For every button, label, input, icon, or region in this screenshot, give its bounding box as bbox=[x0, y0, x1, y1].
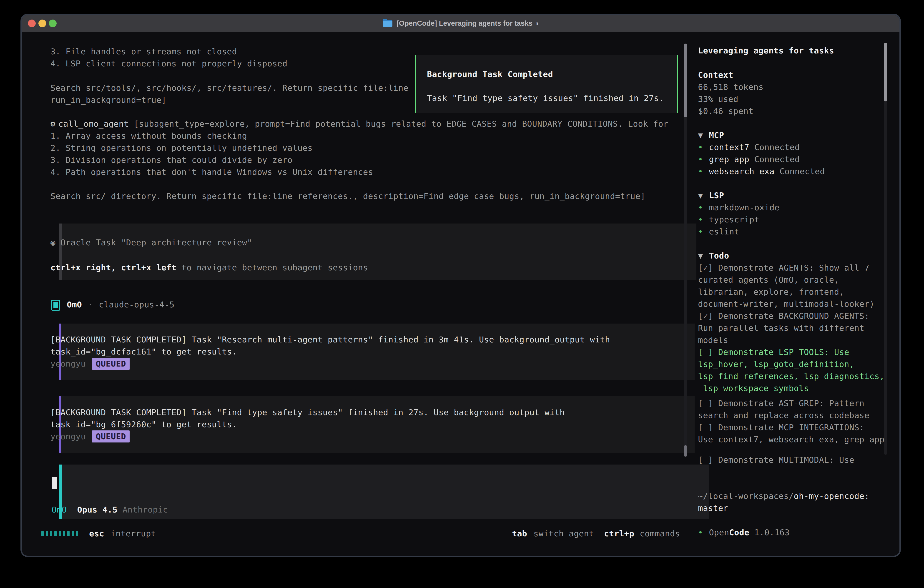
task-result-line: task_id="bg_6f59260c" to get results. bbox=[51, 418, 237, 430]
tab-key-hint: tab bbox=[512, 527, 527, 540]
bullet-icon: • bbox=[698, 142, 703, 152]
oracle-task-title: ◉ Oracle Task "Deep architecture review" bbox=[51, 236, 252, 249]
todo-line: [ ] Demonstrate MULTIMODAL: Use bbox=[698, 454, 854, 466]
tool-call-args: [subagent_type=explore, prompt=Find pote… bbox=[129, 119, 668, 129]
sidebar-scrollbar-thumb[interactable] bbox=[884, 43, 887, 101]
background-task-notification bbox=[415, 55, 678, 113]
chevron-down-icon: ▼ bbox=[698, 251, 703, 260]
tool-call-name: call_omo_agent bbox=[58, 119, 129, 129]
esc-key-hint: esc bbox=[89, 527, 104, 540]
lsp-section-header[interactable]: ▼LSP bbox=[698, 189, 724, 202]
todo-line: librarian, explore, frontend, bbox=[698, 286, 844, 298]
status-badge: QUEUED bbox=[92, 430, 130, 443]
esc-key-label: interrupt bbox=[111, 527, 156, 540]
tool-call-item: 4. Path operations that don't handle Win… bbox=[51, 166, 373, 178]
version-row: •OpenCode 1.0.163 bbox=[698, 526, 790, 538]
scrollback-line: run_in_background=true] bbox=[51, 94, 167, 106]
separator-dot: · bbox=[88, 299, 93, 311]
bullet-icon: • bbox=[698, 167, 703, 176]
bullet-icon: • bbox=[698, 215, 703, 224]
title-bar: [OpenCode] Leveraging agents for tasks ◑ bbox=[22, 15, 899, 32]
app-name-dim: Open bbox=[709, 528, 729, 537]
bullet-icon: • bbox=[698, 155, 703, 164]
app-version: 1.0.163 bbox=[749, 528, 790, 537]
scrollback-line: 3. File handles or streams not closed bbox=[51, 45, 237, 58]
tool-call-item: 3. Division operations that could divide… bbox=[51, 154, 292, 166]
main-scrollbar-thumb-bottom[interactable] bbox=[684, 445, 687, 457]
todo-line: curated agents (OmO, oracle, bbox=[698, 274, 839, 286]
ctrlp-key-hint: ctrl+p bbox=[604, 527, 634, 540]
todo-line-active: lsp_workspace_symbols bbox=[698, 382, 809, 394]
tab-key-label: switch agent bbox=[534, 527, 594, 540]
session-title: Leveraging agents for tasks bbox=[698, 45, 834, 57]
ctrlp-key-label: commands bbox=[640, 527, 680, 540]
keyboard-shortcut: ctrl+x right, ctrl+x left bbox=[51, 263, 177, 272]
notification-title: Background Task Completed bbox=[427, 68, 553, 80]
username: yeongyu bbox=[51, 359, 86, 368]
mcp-item: •grep_app Connected bbox=[698, 153, 800, 165]
bullet-icon: • bbox=[698, 227, 703, 236]
terminal-window: [OpenCode] Leveraging agents for tasks ◑… bbox=[22, 15, 899, 556]
workspace-branch: master bbox=[698, 502, 728, 514]
context-used: 33% used bbox=[698, 93, 738, 105]
todo-line: [✓] Demonstrate AGENTS: Show all 7 bbox=[698, 262, 870, 274]
tool-call-line: ⚙call_omo_agent [subagent_type=explore, … bbox=[51, 118, 665, 130]
todo-line: [✓] Demonstrate BACKGROUND AGENTS: bbox=[698, 310, 870, 322]
chevron-down-icon: ▼ bbox=[698, 130, 703, 140]
mcp-item: •websearch_exa Connected bbox=[698, 165, 825, 177]
text-cursor bbox=[52, 477, 57, 489]
todo-line: search and replace across codebase bbox=[698, 409, 870, 421]
notification-body: Task "Find type safety issues" finished … bbox=[427, 92, 664, 104]
todo-line: [ ] Demonstrate AST-GREP: Pattern bbox=[698, 397, 865, 409]
lsp-item: •markdown-oxide bbox=[698, 202, 780, 213]
agent-header: OmO · claude-opus-4-5 bbox=[51, 299, 174, 311]
task-result-meta: yeongyuQUEUED bbox=[51, 430, 130, 443]
statusbar-left: esc interrupt bbox=[41, 527, 156, 540]
workspace-path: ~/local-workspaces/oh-my-opencode: bbox=[698, 490, 870, 502]
tool-call-item: 1. Array access without bounds checking bbox=[51, 130, 247, 142]
main-scrollbar-thumb[interactable] bbox=[684, 44, 687, 117]
provider-name: Anthropic bbox=[122, 504, 168, 516]
scrollback-line: Search src/tools/, src/hooks/, src/featu… bbox=[51, 82, 408, 94]
app-name-bold: Code bbox=[729, 528, 749, 537]
todo-line-active: lsp_find_references, lsp_diagnostics, bbox=[698, 370, 884, 382]
task-result-line: [BACKGROUND TASK COMPLETED] Task "Resear… bbox=[51, 334, 610, 345]
todo-line: document-writer, multimodal-looker) bbox=[698, 298, 874, 310]
agent-name: OmO bbox=[67, 299, 82, 311]
active-agent-label: OmO bbox=[52, 504, 67, 516]
oracle-task-hint: ctrl+x right, ctrl+x left to navigate be… bbox=[51, 261, 368, 274]
todo-line-active: [ ] Demonstrate LSP TOOLS: Use bbox=[698, 346, 849, 358]
spinner-dots-icon bbox=[41, 531, 78, 537]
todo-line: Use context7, websearch_exa, grep_app bbox=[698, 433, 884, 446]
mcp-section-header[interactable]: ▼MCP bbox=[698, 129, 724, 141]
mcp-item: •context7 Connected bbox=[698, 141, 800, 153]
todo-section-header[interactable]: ▼Todo bbox=[698, 249, 729, 262]
todo-line-active: lsp_hover, lsp_goto_definition, bbox=[698, 358, 854, 370]
agent-square-icon bbox=[51, 300, 60, 311]
bullet-icon: • bbox=[698, 528, 703, 537]
sidebar-scrollbar-track bbox=[884, 43, 887, 455]
model-name: Opus 4.5 bbox=[77, 504, 117, 516]
desktop: { "window": { "title": "[OpenCode] Lever… bbox=[0, 0, 924, 588]
task-result-line: [BACKGROUND TASK COMPLETED] Task "Find t… bbox=[51, 406, 565, 418]
window-title-area: [OpenCode] Leveraging agents for tasks ◑ bbox=[22, 15, 899, 32]
gear-icon: ⚙ bbox=[51, 119, 56, 129]
task-result-meta: yeongyuQUEUED bbox=[51, 358, 130, 370]
scrollback-line: 4. LSP client connections not properly d… bbox=[51, 58, 287, 69]
agent-model: claude-opus-4-5 bbox=[99, 299, 175, 311]
lsp-item: •typescript bbox=[698, 213, 759, 226]
context-spent: $0.46 spent bbox=[698, 105, 754, 117]
bullet-icon: • bbox=[698, 203, 703, 212]
tool-call-tail: Search src/ directory. Return specific f… bbox=[51, 190, 645, 202]
context-tokens: 66,518 tokens bbox=[698, 81, 764, 93]
tool-call-item: 2. String operations on potentially unde… bbox=[51, 142, 313, 154]
chevron-down-icon: ▼ bbox=[698, 191, 703, 200]
oracle-icon: ◉ bbox=[51, 238, 56, 247]
lsp-item: •eslint bbox=[698, 226, 739, 238]
model-selector-row[interactable]: OmO Opus 4.5 Anthropic bbox=[52, 504, 168, 516]
todo-line: Run parallel tasks with different bbox=[698, 322, 865, 334]
username: yeongyu bbox=[51, 432, 86, 441]
window-title: [OpenCode] Leveraging agents for tasks ◑ bbox=[396, 19, 539, 28]
todo-line: models bbox=[698, 334, 728, 346]
task-result-line: task_id="bg_dcfac161" to get results. bbox=[51, 345, 237, 358]
